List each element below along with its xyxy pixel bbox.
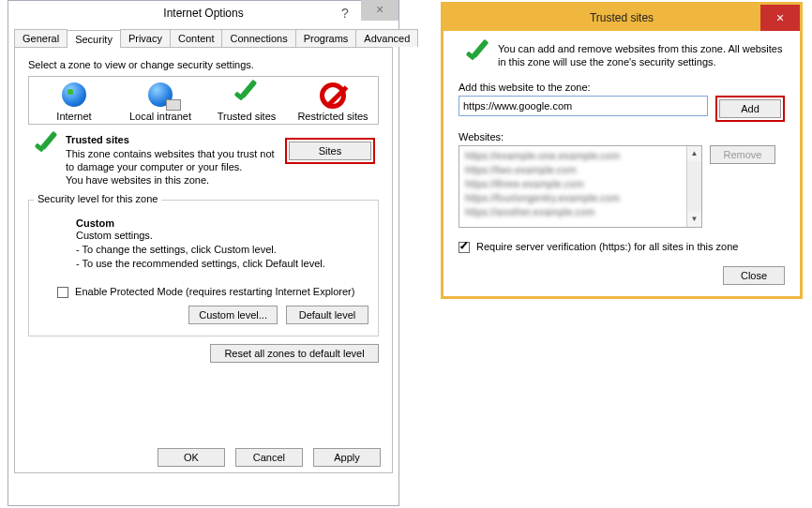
checkmark-icon bbox=[462, 42, 494, 67]
scrollbar[interactable]: ▲ ▼ bbox=[686, 146, 701, 227]
zone-internet-label: Internet bbox=[37, 111, 112, 122]
zone-local-intranet[interactable]: Local intranet bbox=[123, 82, 198, 122]
zone-instruction: Select a zone to view or change security… bbox=[28, 59, 379, 70]
websites-listbox[interactable]: https://example-one.example.com https://… bbox=[459, 145, 702, 228]
require-https-row[interactable]: Require server verification (https:) for… bbox=[459, 241, 785, 253]
apply-button[interactable]: Apply bbox=[313, 448, 381, 467]
enable-protected-mode-checkbox[interactable] bbox=[57, 287, 68, 298]
reset-all-zones-button[interactable]: Reset all zones to default level bbox=[210, 344, 379, 363]
security-tab-panel: Select a zone to view or change security… bbox=[14, 47, 393, 473]
list-item[interactable]: https://example-one.example.com bbox=[465, 149, 696, 163]
security-level-label: Security level for this zone bbox=[34, 193, 161, 204]
close-icon[interactable]: × bbox=[760, 5, 800, 31]
zone-trusted-sites[interactable]: Trusted sites bbox=[209, 82, 284, 122]
tab-privacy[interactable]: Privacy bbox=[120, 29, 171, 47]
computer-badge-icon bbox=[166, 99, 181, 111]
custom-line1: Custom settings. bbox=[76, 229, 368, 243]
custom-heading: Custom bbox=[76, 217, 368, 229]
trusted-sites-intro: You can add and remove websites from thi… bbox=[498, 42, 785, 68]
trusted-sites-title: Trusted sites bbox=[590, 11, 654, 24]
dialog-button-row: OK Cancel Apply bbox=[150, 448, 381, 467]
add-website-label: Add this website to the zone: bbox=[459, 82, 785, 93]
zone-detail-line1: This zone contains websites that you tru… bbox=[66, 147, 281, 173]
scroll-down-icon[interactable]: ▼ bbox=[687, 212, 701, 227]
tab-content[interactable]: Content bbox=[170, 29, 223, 47]
custom-level-button[interactable]: Custom level... bbox=[188, 306, 278, 324]
checkmark-icon bbox=[31, 134, 63, 158]
list-item[interactable]: https://two.example.com bbox=[465, 163, 696, 177]
internet-options-title: Internet Options bbox=[163, 7, 243, 20]
checkmark-icon bbox=[231, 82, 263, 107]
add-website-input[interactable] bbox=[459, 96, 708, 116]
zone-detail-heading: Trusted sites bbox=[66, 134, 281, 145]
sites-button-highlight: Sites bbox=[285, 138, 375, 164]
add-button-highlight: Add bbox=[715, 96, 785, 122]
list-item[interactable]: https://another.example.com bbox=[465, 205, 696, 219]
remove-button[interactable]: Remove bbox=[710, 145, 775, 164]
sites-button[interactable]: Sites bbox=[289, 142, 371, 160]
zone-internet[interactable]: Internet bbox=[37, 82, 112, 122]
help-icon[interactable]: ? bbox=[333, 1, 357, 25]
globe-icon bbox=[62, 82, 86, 107]
zone-description: Trusted sites This zone contains website… bbox=[28, 134, 379, 187]
ok-button[interactable]: OK bbox=[158, 448, 225, 467]
tab-general[interactable]: General bbox=[14, 29, 68, 47]
internet-options-dialog: Internet Options ? × General Security Pr… bbox=[8, 0, 399, 506]
tab-security[interactable]: Security bbox=[67, 30, 121, 48]
tab-strip: General Security Privacy Content Connect… bbox=[8, 25, 398, 47]
zone-detail-line2: You have websites in this zone. bbox=[66, 173, 281, 187]
zone-selector: Internet Local intranet Trusted sites Re… bbox=[28, 76, 379, 125]
close-icon[interactable]: × bbox=[361, 0, 398, 21]
websites-label: Websites: bbox=[459, 131, 785, 142]
enable-protected-mode-row[interactable]: Enable Protected Mode (requires restarti… bbox=[57, 286, 368, 298]
tab-advanced[interactable]: Advanced bbox=[355, 29, 418, 47]
tab-programs[interactable]: Programs bbox=[295, 29, 357, 47]
zone-local-intranet-label: Local intranet bbox=[123, 111, 198, 122]
default-level-button[interactable]: Default level bbox=[286, 306, 368, 324]
scroll-up-icon[interactable]: ▲ bbox=[687, 146, 701, 161]
cancel-button[interactable]: Cancel bbox=[235, 448, 303, 467]
close-button[interactable]: Close bbox=[723, 266, 785, 285]
security-level-group: Security level for this zone Custom Cust… bbox=[28, 200, 379, 336]
zone-trusted-sites-label: Trusted sites bbox=[209, 111, 284, 122]
forbidden-icon bbox=[320, 82, 346, 109]
trusted-sites-titlebar: Trusted sites × bbox=[444, 5, 800, 31]
enable-protected-mode-label: Enable Protected Mode (requires restarti… bbox=[75, 286, 354, 297]
list-item[interactable]: https://three.example.com bbox=[465, 177, 696, 191]
zone-restricted-sites[interactable]: Restricted sites bbox=[295, 82, 370, 122]
require-https-checkbox[interactable] bbox=[459, 242, 470, 253]
tab-connections[interactable]: Connections bbox=[221, 29, 295, 47]
trusted-sites-dialog: Trusted sites × You can add and remove w… bbox=[441, 2, 803, 299]
zone-restricted-sites-label: Restricted sites bbox=[295, 111, 370, 122]
internet-options-titlebar: Internet Options ? × bbox=[8, 1, 398, 25]
custom-line3: - To use the recommended settings, click… bbox=[76, 257, 368, 271]
add-button[interactable]: Add bbox=[719, 99, 781, 118]
list-item[interactable]: https://fourlongentry.example.com bbox=[465, 191, 696, 205]
require-https-label: Require server verification (https:) for… bbox=[476, 241, 738, 252]
custom-line2: - To change the settings, click Custom l… bbox=[76, 243, 368, 257]
